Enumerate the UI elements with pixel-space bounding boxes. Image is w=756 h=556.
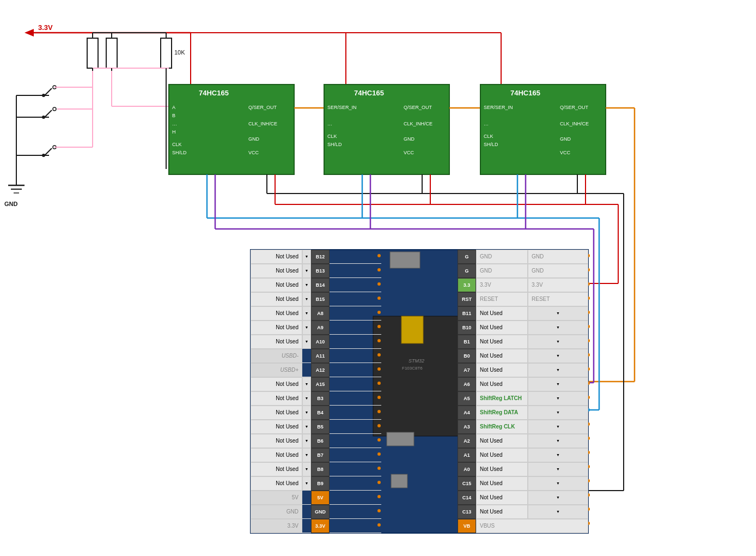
- svg-line-19: [45, 88, 52, 95]
- left-pin-dropdown-b4[interactable]: ▼: [302, 406, 311, 420]
- left-pin-name-a8: A8: [311, 306, 330, 321]
- right-pin-value-gnd1: GND: [528, 250, 588, 264]
- left-pin-name-b13: B13: [311, 264, 330, 278]
- right-pin-dropdown-b11[interactable]: ▼: [528, 306, 588, 321]
- right-pin-label-a5: ShiftReg LATCH: [476, 391, 528, 406]
- right-pin-label-a2: Not Used: [476, 434, 528, 448]
- svg-text:VCC: VCC: [248, 150, 259, 155]
- svg-text:H: H: [172, 129, 176, 135]
- right-pin-dropdown-c13[interactable]: ▼: [528, 505, 588, 519]
- svg-rect-112: [387, 432, 414, 446]
- right-pin-name-a2: A2: [458, 434, 476, 448]
- svg-text:A: A: [172, 105, 175, 110]
- left-pin-label-a8: Not Used: [251, 306, 302, 321]
- right-pin-name-b0: B0: [458, 349, 476, 363]
- left-pin-dropdown-a10[interactable]: ▼: [302, 335, 311, 349]
- left-pin-name-5v: 5V: [311, 491, 330, 505]
- svg-point-24: [53, 107, 56, 111]
- left-pin-dropdown-a8[interactable]: ▼: [302, 306, 311, 321]
- right-pin-label-a3: ShiftReg CLK: [476, 420, 528, 434]
- left-pin-name-b4: B4: [311, 406, 330, 420]
- right-pin-label-rst: RESET: [476, 292, 528, 306]
- right-pin-name-b10: B10: [458, 321, 476, 335]
- right-pin-dropdown-a3[interactable]: ▼: [528, 420, 588, 434]
- left-pin-label-b5: Not Used: [251, 420, 302, 434]
- left-pin-label-a12: USBD+: [251, 363, 302, 377]
- right-pin-value-rst: RESET: [528, 292, 588, 306]
- left-pin-label-b9: Not Used: [251, 476, 302, 491]
- right-pin-name-a5: A5: [458, 391, 476, 406]
- left-pin-label-b14: Not Used: [251, 278, 302, 292]
- right-pin-name-rst: RST: [458, 292, 476, 306]
- left-pin-dropdown-b6[interactable]: ▼: [302, 434, 311, 448]
- left-pin-name-a15: A15: [311, 377, 330, 391]
- left-pin-name-b6: B6: [311, 434, 330, 448]
- svg-text:SH/LD: SH/LD: [327, 142, 342, 147]
- svg-rect-110: [390, 252, 420, 268]
- right-pin-dropdown-a6[interactable]: ▼: [528, 377, 588, 391]
- left-pin-label-b13: Not Used: [251, 264, 302, 278]
- left-pin-dropdown-b7[interactable]: ▼: [302, 448, 311, 462]
- right-pin-value-33v: 3.3V: [528, 278, 588, 292]
- svg-text:STM32: STM32: [409, 358, 424, 364]
- right-pin-dropdown-c14[interactable]: ▼: [528, 491, 588, 505]
- left-pin-label-a15: Not Used: [251, 377, 302, 391]
- left-pin-name-a12: A12: [311, 363, 330, 377]
- left-pin-dropdown-b12[interactable]: ▼: [302, 250, 311, 264]
- right-pin-dropdown-a5[interactable]: ▼: [528, 391, 588, 406]
- right-pin-label-c14: Not Used: [476, 491, 528, 505]
- left-pin-label-a11: USBD-: [251, 349, 302, 363]
- right-pin-dropdown-a0[interactable]: ▼: [528, 462, 588, 476]
- left-pin-dropdown-b3[interactable]: ▼: [302, 391, 311, 406]
- right-pin-dropdown-a7[interactable]: ▼: [528, 363, 588, 377]
- left-pin-name-b5: B5: [311, 420, 330, 434]
- left-pin-label-b8: Not Used: [251, 462, 302, 476]
- right-pin-label-b10: Not Used: [476, 321, 528, 335]
- right-pin-dropdown-a2[interactable]: ▼: [528, 434, 588, 448]
- right-pin-name-a1: A1: [458, 448, 476, 462]
- left-pin-name-b14: B14: [311, 278, 330, 292]
- right-pin-label-a1: Not Used: [476, 448, 528, 462]
- left-pin-dropdown-b9[interactable]: ▼: [302, 476, 311, 491]
- svg-rect-69: [480, 84, 606, 174]
- right-pin-label-a7: Not Used: [476, 363, 528, 377]
- left-pin-name-b12: B12: [311, 250, 330, 264]
- left-pin-name-a9: A9: [311, 321, 330, 335]
- right-pin-dropdown-b1[interactable]: ▼: [528, 335, 588, 349]
- right-pin-dropdown-b10[interactable]: ▼: [528, 321, 588, 335]
- svg-text:Q/SER_OUT: Q/SER_OUT: [404, 105, 432, 110]
- right-pin-name-b11: B11: [458, 306, 476, 321]
- left-pin-dropdown-a15[interactable]: ▼: [302, 377, 311, 391]
- svg-line-23: [45, 110, 52, 117]
- left-pin-dropdown-a9[interactable]: ▼: [302, 321, 311, 335]
- svg-text:GND: GND: [4, 201, 18, 207]
- right-pin-name-c14: C14: [458, 491, 476, 505]
- right-pin-name-a3: A3: [458, 420, 476, 434]
- right-pin-dropdown-c15[interactable]: ▼: [528, 476, 588, 491]
- right-pin-name-a7: A7: [458, 363, 476, 377]
- svg-text:10K: 10K: [174, 49, 185, 56]
- left-pin-dropdown-b8[interactable]: ▼: [302, 462, 311, 476]
- left-pin-dropdown-b14[interactable]: ▼: [302, 278, 311, 292]
- right-pin-label-33v: 3.3V: [476, 278, 528, 292]
- left-pin-name-33v: 3.3V: [311, 519, 330, 533]
- svg-text:F103C8T6: F103C8T6: [402, 366, 423, 371]
- right-pin-label-b1: Not Used: [476, 335, 528, 349]
- right-pin-dropdown-b0[interactable]: ▼: [528, 349, 588, 363]
- svg-text:GND: GND: [560, 136, 571, 142]
- svg-text:…: …: [484, 121, 489, 126]
- svg-text:CLK: CLK: [484, 134, 493, 139]
- left-pin-label-a9: Not Used: [251, 321, 302, 335]
- right-pin-dropdown-a4[interactable]: ▼: [528, 406, 588, 420]
- left-pin-label-b12: Not Used: [251, 250, 302, 264]
- left-pin-dropdown-b13[interactable]: ▼: [302, 264, 311, 278]
- right-pin-name-g1: G: [458, 250, 476, 264]
- right-pin-name-vb: VB: [458, 519, 476, 533]
- left-pin-name-a11: A11: [311, 349, 330, 363]
- svg-rect-113: [391, 474, 407, 488]
- left-pin-name-b8: B8: [311, 462, 330, 476]
- left-pin-dropdown-b5[interactable]: ▼: [302, 420, 311, 434]
- right-pin-table: G GND GND G GND GND 3.3 3.3V 3.3V RST RE…: [458, 250, 588, 533]
- left-pin-dropdown-b15[interactable]: ▼: [302, 292, 311, 306]
- right-pin-dropdown-a1[interactable]: ▼: [528, 448, 588, 462]
